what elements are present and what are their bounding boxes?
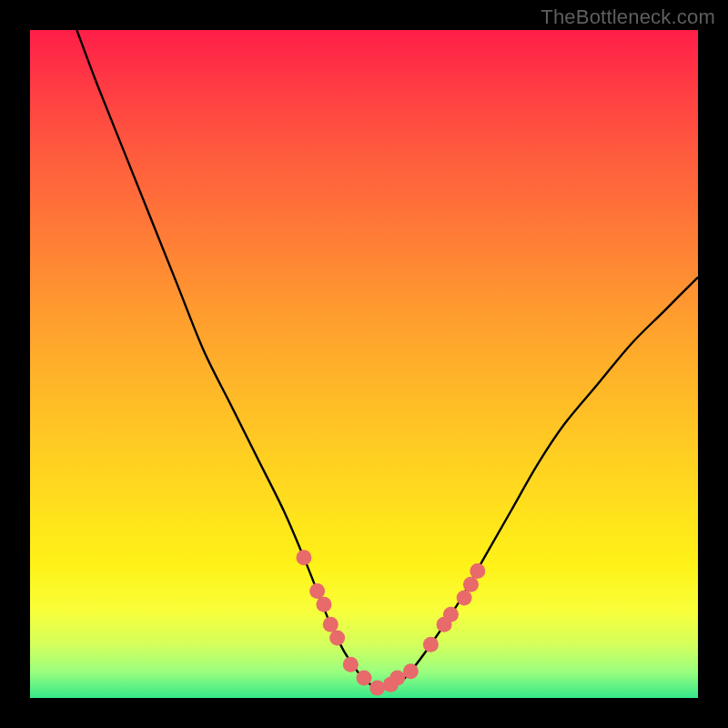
dot xyxy=(470,563,485,579)
curve-layer xyxy=(30,30,698,698)
dot xyxy=(329,630,345,645)
watermark-text: TheBottleneck.com xyxy=(541,5,715,29)
highlight-dots xyxy=(296,550,485,695)
dot xyxy=(403,663,419,679)
dot xyxy=(357,670,372,685)
dot xyxy=(389,670,405,685)
dot xyxy=(423,637,439,652)
dot xyxy=(323,617,339,632)
dot xyxy=(309,583,325,599)
dot xyxy=(316,597,331,612)
dot xyxy=(343,657,359,672)
dot xyxy=(369,680,385,695)
bottleneck-curve xyxy=(76,30,698,688)
dot xyxy=(457,590,472,605)
dot xyxy=(443,607,459,622)
chart-frame: TheBottleneck.com xyxy=(0,0,728,728)
dot xyxy=(463,577,479,592)
dot xyxy=(296,550,311,565)
